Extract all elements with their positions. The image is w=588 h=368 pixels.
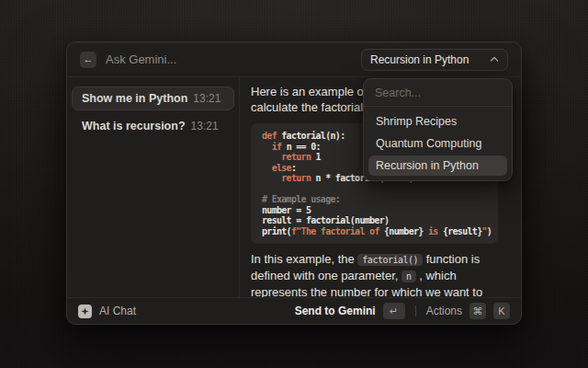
- code-token: number = 5: [262, 205, 311, 215]
- outro-text-segment: In this example, the: [251, 252, 357, 266]
- code-token: {result}: [443, 226, 482, 236]
- chat-history-item[interactable]: Show me in Python13:21: [72, 86, 234, 110]
- ask-gemini-window: ← Ask Gemini... Recursion in Python Show…: [66, 41, 522, 325]
- window-footer: AI Chat Send to Gemini ↵ Actions ⌘ K: [67, 297, 521, 324]
- code-token: is: [424, 226, 443, 236]
- chat-history-item[interactable]: What is recursion?13:21: [72, 114, 234, 138]
- code-token: # Example usage:: [262, 194, 340, 204]
- code-line: # Example usage:: [262, 194, 487, 205]
- dropdown-search-input[interactable]: Search...: [364, 79, 512, 107]
- code-token: {number}: [384, 226, 424, 236]
- dropdown-option-list: Shrimp RecipesQuantum ComputingRecursion…: [364, 107, 512, 180]
- code-line: number = 5: [262, 205, 487, 216]
- dropdown-option[interactable]: Recursion in Python: [368, 155, 507, 176]
- chat-selector-label: Recursion in Python: [370, 53, 469, 66]
- gemini-sparkle-icon: [78, 305, 92, 318]
- code-line: print(f"The factorial of {number} is {re…: [262, 226, 487, 237]
- dropdown-option[interactable]: Quantum Computing: [368, 133, 507, 154]
- code-token: f"The factorial of: [291, 226, 384, 236]
- back-arrow-icon: ←: [84, 54, 94, 64]
- code-token: def: [262, 131, 277, 141]
- code-token: [262, 142, 272, 152]
- app-name-label: AI Chat: [99, 305, 288, 317]
- footer-divider: [415, 305, 416, 316]
- code-token: 1: [311, 152, 321, 162]
- ask-gemini-input[interactable]: Ask Gemini...: [106, 52, 352, 66]
- cmd-key-icon: ⌘: [469, 303, 486, 319]
- code-token: ): [487, 226, 492, 236]
- inline-code-chip: factorial(): [357, 254, 423, 266]
- inline-code-chip: n: [401, 270, 416, 282]
- back-button[interactable]: ←: [80, 52, 96, 68]
- chat-history-sidebar: Show me in Python13:21What is recursion?…: [67, 77, 240, 297]
- code-token: print(: [262, 226, 291, 236]
- send-to-gemini-button[interactable]: Send to Gemini: [295, 305, 376, 317]
- actions-button[interactable]: Actions: [426, 305, 462, 317]
- code-token: [262, 152, 281, 162]
- code-token: return: [281, 152, 311, 162]
- code-line: [262, 184, 487, 195]
- code-token: return: [281, 173, 311, 183]
- chevron-up-icon: [490, 56, 499, 63]
- chat-history-item-label: What is recursion?: [82, 120, 186, 132]
- code-line: result = factorial(number): [262, 215, 487, 226]
- code-token: :: [291, 163, 296, 173]
- dropdown-option[interactable]: Shrimp Recipes: [368, 111, 507, 132]
- chat-selector-button[interactable]: Recursion in Python: [361, 49, 508, 71]
- chat-history-item-time: 13:21: [193, 92, 220, 105]
- chat-history-item-time: 13:21: [191, 120, 219, 132]
- code-token: factorial(n):: [277, 131, 345, 141]
- code-token: else: [272, 163, 291, 173]
- code-token: result = factorial(number): [262, 215, 389, 225]
- chat-history-item-label: Show me in Python: [82, 92, 187, 105]
- k-key-icon: K: [493, 303, 510, 319]
- return-key-icon[interactable]: ↵: [383, 303, 405, 319]
- code-token: if: [272, 142, 282, 152]
- code-token: [262, 163, 272, 173]
- code-token: n == 0:: [281, 142, 321, 152]
- assistant-outro-text: In this example, the factorial() functio…: [251, 251, 510, 297]
- window-header: ← Ask Gemini... Recursion in Python: [67, 42, 521, 77]
- chat-selector-dropdown: Search... Shrimp RecipesQuantum Computin…: [363, 78, 513, 181]
- desktop-background: ← Ask Gemini... Recursion in Python Show…: [0, 0, 588, 368]
- code-token: [262, 173, 281, 183]
